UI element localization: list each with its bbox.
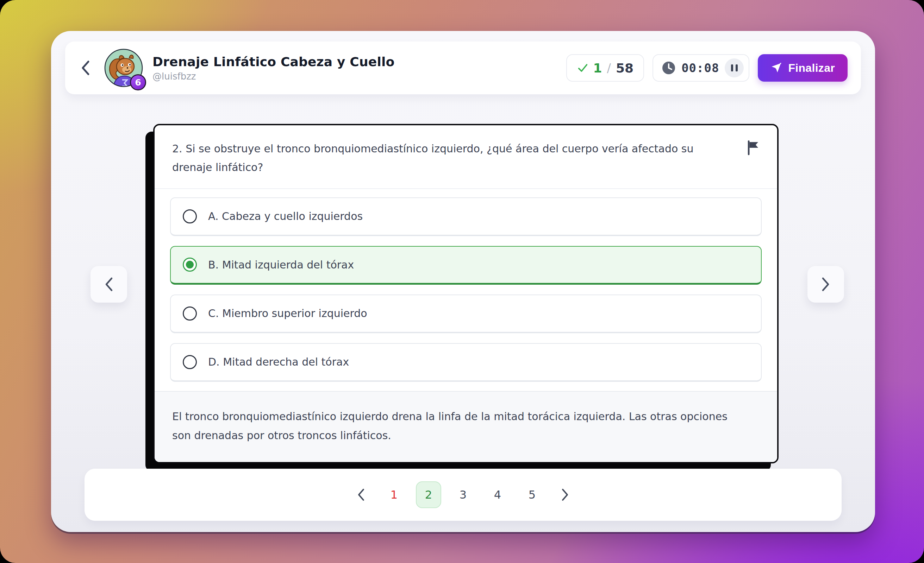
pagination-bar: 1 2 3 4 5 <box>84 469 842 521</box>
clock-icon <box>662 61 676 75</box>
progress-current: 1 <box>593 61 602 75</box>
option-label: A. Cabeza y cuello izquierdos <box>208 210 363 222</box>
header-actions: 1 / 58 00:08 <box>566 54 848 82</box>
option-label: D. Mitad derecha del tórax <box>208 356 349 368</box>
question-card: 2. Si se obstruye el tronco bronquiomedi… <box>153 124 778 463</box>
option-c[interactable]: C. Miembro superior izquierdo <box>170 295 762 333</box>
page-button-3[interactable]: 3 <box>450 481 476 508</box>
option-d[interactable]: D. Mitad derecha del tórax <box>170 343 762 382</box>
check-icon <box>577 62 589 74</box>
chevron-left-icon <box>104 277 114 292</box>
radio-icon <box>183 355 197 369</box>
options-list: A. Cabeza y cuello izquierdos B. Mitad i… <box>154 189 777 391</box>
timer-badge: 00:08 <box>652 54 749 82</box>
flag-question-button[interactable] <box>745 139 762 156</box>
pagination-next-button[interactable] <box>554 482 576 507</box>
radio-icon <box>183 258 197 272</box>
pause-icon <box>731 64 733 72</box>
option-label: C. Miembro superior izquierdo <box>208 307 367 319</box>
send-icon <box>771 62 782 73</box>
avatar: 6 <box>104 48 143 88</box>
option-b[interactable]: B. Mitad izquierda del tórax <box>170 246 762 284</box>
finish-button[interactable]: Finalizar <box>758 54 848 82</box>
option-a[interactable]: A. Cabeza y cuello izquierdos <box>170 198 762 236</box>
page-button-2[interactable]: 2 <box>416 481 441 508</box>
pause-button[interactable] <box>725 58 744 78</box>
pagination-prev-button[interactable] <box>350 482 372 507</box>
app-window: 6 Drenaje Linfático Cabeza y Cuello @lui… <box>51 31 875 532</box>
question-text: 2. Si se obstruye el tronco bronquiomedi… <box>172 139 711 177</box>
chevron-right-icon <box>561 488 569 502</box>
quiz-title: Drenaje Linfático Cabeza y Cuello <box>153 55 394 69</box>
finish-button-label: Finalizar <box>788 61 835 75</box>
chevron-left-icon <box>80 60 90 76</box>
page-button-1[interactable]: 1 <box>381 481 407 508</box>
radio-icon <box>183 307 197 320</box>
timer-value: 00:08 <box>681 61 719 75</box>
radio-icon <box>183 210 197 223</box>
explanation-panel: El tronco bronquiomediastínico izquierdo… <box>154 391 777 462</box>
next-question-button[interactable] <box>807 266 844 302</box>
screen-background: 6 Drenaje Linfático Cabeza y Cuello @lui… <box>0 0 924 563</box>
quiz-author: @luisfbzz <box>153 71 394 82</box>
page-button-5[interactable]: 5 <box>519 481 545 508</box>
chevron-left-icon <box>357 488 365 502</box>
chevron-right-icon <box>821 277 831 292</box>
progress-separator: / <box>606 61 612 75</box>
back-button[interactable] <box>76 54 95 82</box>
avatar-level-badge: 6 <box>130 74 146 90</box>
question-header: 2. Si se obstruye el tronco bronquiomedi… <box>154 125 777 189</box>
progress-badge: 1 / 58 <box>566 54 644 82</box>
previous-question-button[interactable] <box>90 266 127 302</box>
option-label: B. Mitad izquierda del tórax <box>208 259 354 271</box>
explanation-text: El tronco bronquiomediastínico izquierdo… <box>172 407 732 445</box>
top-bar: 6 Drenaje Linfático Cabeza y Cuello @lui… <box>65 42 861 94</box>
progress-total: 58 <box>616 61 633 75</box>
flag-icon <box>747 141 760 155</box>
title-block: Drenaje Linfático Cabeza y Cuello @luisf… <box>153 55 394 82</box>
page-button-4[interactable]: 4 <box>485 481 510 508</box>
